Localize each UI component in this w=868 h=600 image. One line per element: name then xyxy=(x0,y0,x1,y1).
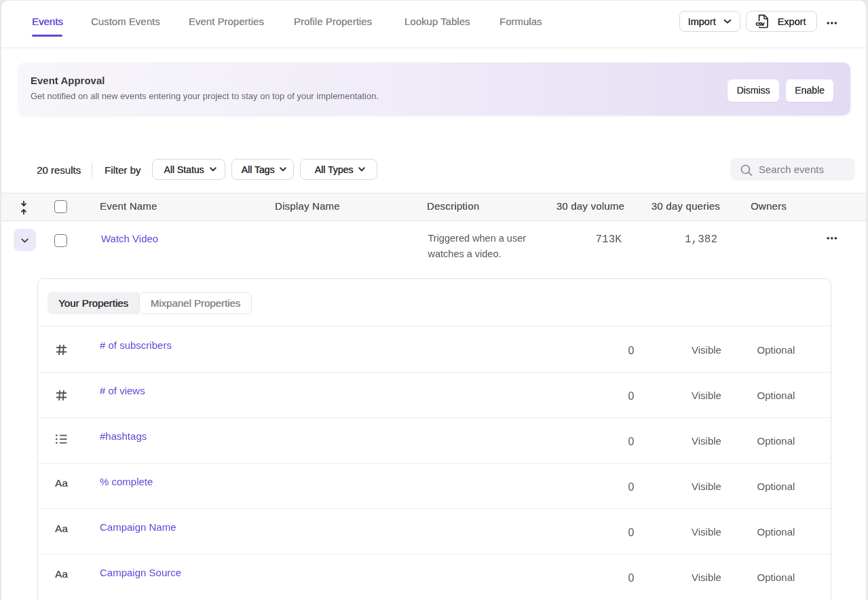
svg-text:csv: csv xyxy=(755,21,764,28)
